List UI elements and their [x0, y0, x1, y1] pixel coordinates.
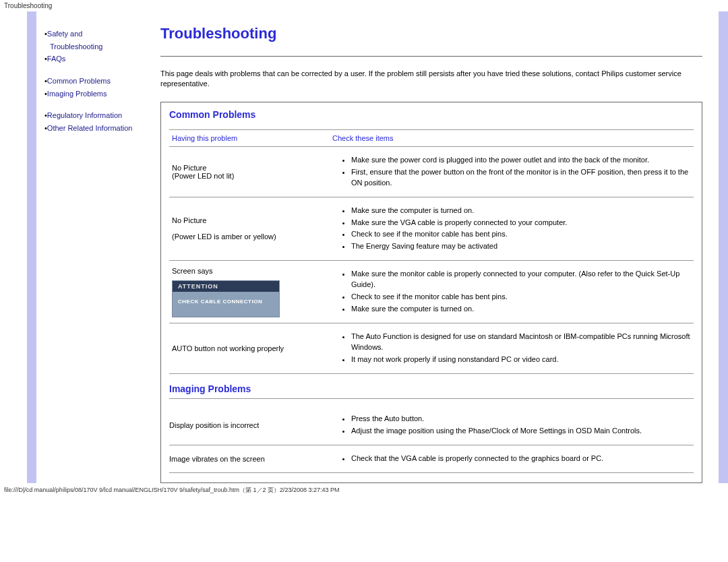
problem-line: (Power LED is amber or yellow) — [172, 232, 327, 241]
problem-line: No Picture — [172, 164, 327, 172]
nav-group-2: Common Problems Imaging Problems — [44, 75, 146, 100]
problem-line: AUTO button not working properly — [172, 344, 327, 352]
nav-other-related-info[interactable]: Other Related Information — [47, 124, 133, 132]
check-cell: Make sure the computer is turned on.Make… — [330, 197, 694, 261]
problem-cell: Display position is incorrect — [169, 411, 332, 439]
list-item: The Energy Saving feature may be activat… — [351, 241, 691, 252]
col-header-problem: Having this problem — [169, 129, 330, 146]
nav-group-3: Regulatory Information Other Related Inf… — [44, 109, 146, 134]
common-problems-heading: Common Problems — [169, 109, 694, 120]
check-cell: Press the Auto button.Adjust the image p… — [332, 411, 694, 439]
problem-cell: No Picture(Power LED not lit) — [169, 146, 330, 197]
intro-paragraph: This page deals with problems that can b… — [160, 69, 702, 90]
imaging-rows: Display position is incorrectPress the A… — [169, 406, 694, 473]
check-cell: Check that the VGA cable is properly con… — [332, 451, 694, 467]
list-item: Press the Auto button. — [351, 414, 694, 425]
table-row: No Picture (Power LED is amber or yellow… — [169, 197, 694, 261]
problem-cell: No Picture (Power LED is amber or yellow… — [169, 197, 330, 261]
list-item: Make sure the power cord is plugged into… — [351, 155, 691, 166]
list-item: The Auto Function is designed for use on… — [351, 332, 691, 353]
nav-safety-troubleshooting[interactable]: Safety and — [47, 30, 83, 38]
nav-regulatory-info[interactable]: Regulatory Information — [47, 111, 122, 119]
list-item: Make sure the VGA cable is properly conn… — [351, 218, 691, 228]
check-list: Press the Auto button.Adjust the image p… — [332, 414, 694, 437]
list-item: Make sure the monitor cable is properly … — [351, 269, 691, 290]
problem-line: Screen says — [172, 267, 327, 275]
nav-group-1: Safety and Troubleshooting FAQs — [44, 28, 146, 65]
main-content: Troubleshooting This page deals with pro… — [151, 11, 719, 483]
check-cell: Make sure the monitor cable is properly … — [330, 261, 694, 323]
page-header: Troubleshooting — [0, 0, 728, 11]
attention-box: ATTENTIONCHECK CABLE CONNECTION — [172, 280, 280, 317]
list-item: Make sure the computer is turned on. — [351, 206, 691, 216]
check-list: Check that the VGA cable is properly con… — [332, 454, 694, 464]
page-title: Troubleshooting — [160, 25, 702, 57]
right-blue-strip — [719, 11, 728, 483]
check-list: The Auto Function is designed for use on… — [332, 332, 691, 365]
sidebar: Safety and Troubleshooting FAQs Common P… — [36, 11, 151, 483]
list-item: Check that the VGA cable is properly con… — [351, 454, 694, 464]
attention-body: CHECK CABLE CONNECTION — [173, 292, 279, 317]
list-item: It may not work properly if using nonsta… — [351, 354, 691, 365]
check-cell: The Auto Function is designed for use on… — [330, 323, 694, 374]
left-blue-strip — [27, 11, 36, 483]
page-layout: Safety and Troubleshooting FAQs Common P… — [0, 11, 728, 483]
problems-box: Common Problems Having this problem Chec… — [160, 102, 702, 483]
list-item: Check to see if the monitor cable has be… — [351, 292, 691, 303]
nav-common-problems[interactable]: Common Problems — [47, 77, 111, 85]
list-item: Make sure the computer is turned on. — [351, 304, 691, 315]
problem-line: No Picture — [172, 216, 327, 224]
table-row: Screen saysATTENTIONCHECK CABLE CONNECTI… — [169, 261, 694, 323]
nav-faqs[interactable]: FAQs — [47, 55, 66, 63]
list-item: Check to see if the monitor cable has be… — [351, 229, 691, 240]
check-list: Make sure the monitor cable is properly … — [332, 269, 691, 315]
check-cell: Make sure the power cord is plugged into… — [330, 146, 694, 197]
table-row: Image vibrates on the screenCheck that t… — [169, 445, 694, 473]
table-row: Display position is incorrectPress the A… — [169, 406, 694, 445]
nav-imaging-problems[interactable]: Imaging Problems — [47, 90, 107, 98]
list-item: Adjust the image position using the Phas… — [351, 426, 694, 437]
problem-cell: Screen saysATTENTIONCHECK CABLE CONNECTI… — [169, 261, 330, 323]
imaging-problems-heading: Imaging Problems — [169, 383, 694, 399]
problem-cell: Image vibrates on the screen — [169, 451, 332, 467]
check-list: Make sure the computer is turned on.Make… — [332, 206, 691, 253]
table-row: No Picture(Power LED not lit)Make sure t… — [169, 146, 694, 197]
problem-line — [172, 224, 327, 232]
table-row: AUTO button not working properlyThe Auto… — [169, 323, 694, 374]
page-footer: file:///D|/cd manual/philips/08/170V 9/l… — [0, 483, 728, 497]
attention-header: ATTENTION — [173, 281, 279, 292]
col-header-check: Check these items — [330, 129, 694, 146]
problem-cell: AUTO button not working properly — [169, 323, 330, 374]
problem-line: (Power LED not lit) — [172, 172, 327, 180]
nav-safety-troubleshooting-line2[interactable]: Troubleshooting — [50, 42, 102, 51]
check-list: Make sure the power cord is plugged into… — [332, 155, 691, 189]
common-problems-table: Having this problem Check these items No… — [169, 129, 694, 374]
list-item: First, ensure that the power button on t… — [351, 167, 691, 189]
